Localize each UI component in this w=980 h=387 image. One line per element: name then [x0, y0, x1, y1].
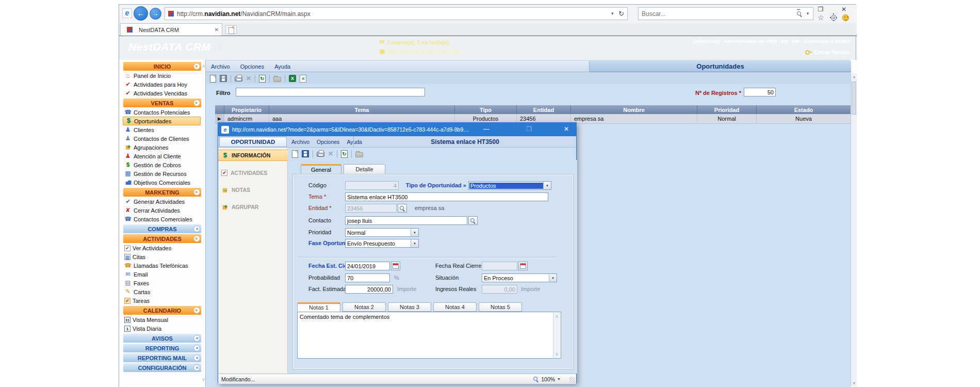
sidebar-item-email[interactable]: Email: [123, 270, 201, 279]
resize-grip[interactable]: [569, 377, 575, 383]
mail-notice[interactable]: ✉3 nuevo(s), 3 no leído(s).: [380, 39, 450, 45]
tab-detalle[interactable]: Detalle: [344, 164, 385, 174]
sidebar-item-llamadas-telefonicas[interactable]: Llamadas Telefónicas: [123, 261, 201, 270]
tab-close-icon[interactable]: ✕: [215, 27, 219, 33]
sidebar-item-gestion-de-recursos[interactable]: Gestión de Recursos: [123, 169, 201, 178]
dialog-nav-agrupar[interactable]: AGRUPAR: [218, 201, 288, 213]
scroll-thumb[interactable]: [852, 82, 856, 115]
zoom-control[interactable]: 100% ▼: [533, 376, 561, 382]
tema-input[interactable]: [345, 192, 548, 201]
contacto-lookup-button[interactable]: [468, 216, 478, 225]
tipo-oportunidad-select[interactable]: Productos ▼: [468, 181, 551, 190]
menu-archivo[interactable]: Archivo: [291, 139, 309, 145]
browser-tab[interactable]: NestDATA CRM ✕: [120, 23, 222, 36]
sidebar-item-ver-actividades[interactable]: Ver Actividades: [123, 244, 201, 252]
sidebar-item-panel-de-inicio[interactable]: Panel de Inicio: [123, 71, 201, 80]
save-icon[interactable]: [302, 150, 309, 157]
entidad-lookup-button[interactable]: [398, 204, 407, 213]
sidebar-item-contactos-de-clientes[interactable]: Contactos de Clientes: [123, 134, 201, 143]
fecha-est-input[interactable]: [345, 262, 390, 270]
sidebar-item-actividades-vencidas[interactable]: Actividades Vencidas: [123, 89, 201, 98]
sidebar-item-citas[interactable]: Citas: [123, 252, 201, 261]
expand-icon[interactable]: «: [193, 345, 200, 351]
expand-icon[interactable]: «: [193, 354, 200, 361]
tab-notas-1[interactable]: Notas 1: [297, 302, 340, 312]
tab-notas-3[interactable]: Notas 3: [388, 302, 431, 312]
excel-export-icon[interactable]: X: [289, 75, 296, 82]
sidebar-item-vista-diaria[interactable]: Vista Diaria: [123, 324, 201, 333]
collapse-icon[interactable]: «: [193, 63, 200, 70]
sidebar-item-generar-actividades[interactable]: Generar Actividades: [123, 197, 201, 206]
sidebar-item-objetivos-comerciales[interactable]: Objetivos Comerciales: [123, 178, 201, 187]
sidebar-section-actividades[interactable]: ACTIVIDADES«: [123, 234, 201, 243]
menu-ayuda[interactable]: Ayuda: [274, 63, 290, 70]
sidebar-item-contactos-comerciales[interactable]: Contactos Comerciales: [123, 215, 201, 223]
filtro-input[interactable]: [236, 88, 425, 96]
collapse-icon[interactable]: «: [193, 307, 200, 314]
column-header-tema[interactable]: Tema: [269, 105, 455, 114]
sidebar-section-reporting-mail[interactable]: REPORTING MAIL«: [123, 353, 201, 362]
search-box[interactable]: ▼: [638, 7, 813, 20]
collapse-icon[interactable]: «: [193, 189, 200, 196]
scroll-up-icon[interactable]: ∧: [553, 314, 560, 319]
minimize-button[interactable]: –: [788, 5, 809, 15]
column-header-prioridad[interactable]: Prioridad: [697, 105, 757, 114]
sidebar-section-reporting[interactable]: REPORTING«: [123, 344, 201, 352]
tab-general[interactable]: General: [301, 164, 341, 174]
sidebar-item-actividades-para-hoy[interactable]: Actividades para Hoy: [123, 80, 201, 89]
scroll-down-icon[interactable]: ▼: [851, 381, 857, 385]
sidebar-item-faxes[interactable]: Faxes: [123, 279, 201, 287]
sidebar-section-inicio[interactable]: INICIO«: [123, 62, 201, 71]
expand-icon[interactable]: «: [193, 335, 200, 342]
forward-button[interactable]: →: [150, 8, 161, 20]
dialog-titlebar[interactable]: e http://crm.navidian.net/?mode=2&parms=…: [218, 123, 576, 136]
sidebar-item-oportunidades[interactable]: Oportunidades: [123, 117, 201, 125]
column-header-estado[interactable]: Estado: [757, 105, 851, 114]
close-button[interactable]: ✕: [834, 5, 854, 15]
favorites-icon[interactable]: ☆: [818, 13, 824, 22]
dialog-nav-notas[interactable]: NOTAS: [218, 184, 288, 196]
new-record-icon[interactable]: [210, 75, 216, 83]
sidebar-section-compras[interactable]: COMPRAS«: [123, 224, 201, 233]
sidebar-section-calendario[interactable]: CALENDARIO«: [123, 306, 201, 315]
menu-opciones[interactable]: Opciones: [240, 63, 264, 70]
dialog-close-button[interactable]: ✕: [559, 124, 574, 134]
registros-input[interactable]: [744, 88, 776, 96]
new-record-icon[interactable]: [292, 150, 298, 158]
expand-icon[interactable]: «: [193, 225, 200, 232]
sidebar-item-contactos-potenciales[interactable]: Contactos Potenciales: [123, 108, 201, 117]
feedback-smiley-icon[interactable]: [842, 14, 849, 21]
telemarketing-notice[interactable]: ▣[Telemarketing No Activado]: [380, 48, 461, 55]
notas-textarea[interactable]: Comentado tema de complementos ∧ ∨: [297, 312, 561, 359]
print-icon[interactable]: [317, 152, 324, 157]
column-header-entidad[interactable]: Entidad: [517, 105, 571, 114]
dropdown-arrow-icon[interactable]: ▼: [543, 182, 551, 189]
back-button[interactable]: ←: [134, 6, 148, 21]
sidebar-section-marketing[interactable]: MARKETING«: [123, 188, 201, 197]
probabilidad-input[interactable]: [345, 273, 390, 282]
sidebar-section-avisos[interactable]: AVISOS«: [123, 334, 201, 343]
sidebar-section-configuracion[interactable]: CONFIGURACIÓN«: [123, 363, 201, 372]
logout-button[interactable]: Cerrar Sesión: [805, 49, 850, 55]
sidebar-item-cerrar-actividades[interactable]: Cerrar Actividades: [123, 206, 201, 215]
dropdown-arrow-icon[interactable]: ▼: [411, 239, 418, 247]
dropdown-arrow-icon[interactable]: ▼: [411, 229, 418, 236]
menu-archivo[interactable]: Archivo: [211, 63, 230, 70]
refresh-icon[interactable]: [341, 150, 348, 158]
fact-estimada-input[interactable]: [345, 285, 393, 294]
dialog-nav-actividades[interactable]: ACTIVIDADES: [218, 167, 288, 179]
sidebar-item-clientes[interactable]: Clientes: [123, 125, 201, 134]
dropdown-arrow-icon[interactable]: ▼: [549, 274, 557, 282]
refresh-icon[interactable]: ↻: [618, 10, 624, 18]
collapse-icon[interactable]: «: [193, 100, 200, 106]
new-tab-button[interactable]: [225, 25, 237, 34]
fecha-real-calendar-button[interactable]: [518, 262, 528, 270]
excel-export-alt-icon[interactable]: X: [300, 75, 306, 83]
prioridad-select[interactable]: Normal ▼: [345, 228, 419, 237]
dialog-minimize-button[interactable]: —: [479, 124, 494, 134]
zoom-dropdown-icon[interactable]: ▼: [557, 377, 561, 381]
notas-scrollbar[interactable]: ∧ ∨: [553, 313, 560, 358]
column-header-nombre[interactable]: Nombre: [571, 105, 697, 114]
address-bar[interactable]: http://crm.navidian.net/NavidianCRM/main…: [165, 7, 628, 20]
menu-opciones[interactable]: Opciones: [317, 139, 339, 145]
